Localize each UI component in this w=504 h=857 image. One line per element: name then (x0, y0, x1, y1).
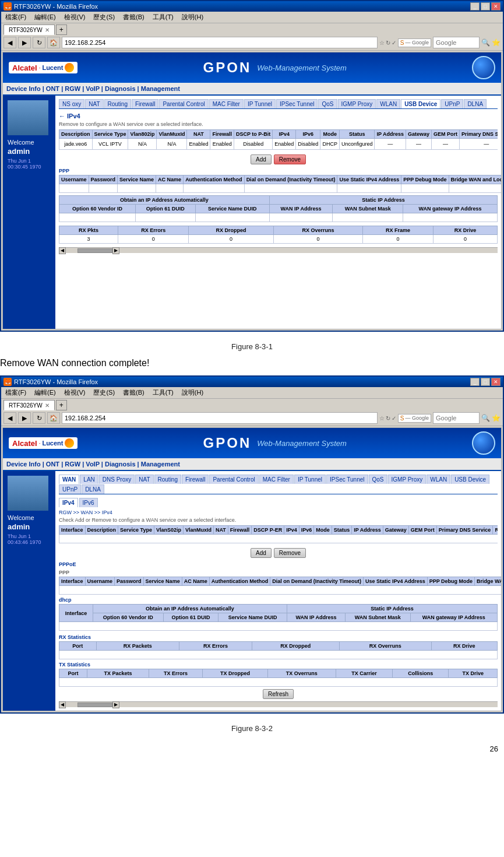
tab-igmp-2[interactable]: IGMP Proxy (388, 475, 427, 484)
col2-desc: Description (85, 526, 118, 535)
tab-qos-2[interactable]: QoS (369, 475, 387, 484)
tab-ns-proxy[interactable]: NS oxy (59, 99, 84, 108)
ppp-h-auth-1: Authentication Method (184, 175, 245, 184)
hscroll-thumb-1[interactable] (77, 248, 112, 253)
hscroll-left-2[interactable]: ◀ (59, 701, 66, 708)
hscroll-thumb-2[interactable] (77, 703, 112, 707)
menu-bookmarks-1[interactable]: 書籤(B) (121, 12, 146, 22)
tab-upnp-2[interactable]: UPnP (59, 484, 81, 494)
sub-nav-1: NS oxy NAT Routing Firewall Parental Con… (59, 99, 498, 109)
tab-mac-1[interactable]: MAC Filter (209, 99, 244, 108)
menu-history-2[interactable]: 歷史(S) (91, 388, 117, 398)
bookmark-icon-1[interactable]: ⭐ (492, 38, 501, 47)
maximize-btn-1[interactable]: □ (481, 2, 490, 10)
menu-file-1[interactable]: 檔案(F) (3, 12, 28, 22)
tab-1[interactable]: RTF3026YW ✕ (3, 24, 55, 35)
hscroll-left-1[interactable]: ◀ (59, 247, 66, 254)
address-bar-2[interactable] (62, 412, 378, 424)
reload-btn-1[interactable]: ↻ (33, 37, 45, 48)
tab-upnp-1[interactable]: UPnP (441, 99, 463, 108)
refresh-btn[interactable]: Refresh (263, 689, 294, 699)
ipv6-tab-2[interactable]: IPv6 (79, 498, 98, 507)
dhcp2-h3: Service Name DUID (218, 613, 287, 622)
tab-wlan-2[interactable]: WLAN (427, 475, 450, 484)
gpon-text-1: GPON (203, 59, 252, 76)
cell-mode-1: DHCP (320, 139, 340, 150)
home-btn-1[interactable]: 🏠 (47, 37, 60, 48)
minimize-btn-1[interactable]: _ (470, 2, 480, 10)
search-box-1[interactable] (433, 37, 480, 48)
address-bar-1[interactable] (62, 37, 378, 48)
menu-help-1[interactable]: 說明(H) (180, 12, 205, 22)
minimize-btn-2[interactable]: _ (470, 378, 480, 386)
menu-view-2[interactable]: 檢視(V) (62, 388, 87, 398)
menu-tools-1[interactable]: 工具(T) (151, 12, 175, 22)
remove-btn-2[interactable]: Remove (274, 548, 306, 558)
forward-btn-1[interactable]: ▶ (18, 37, 31, 48)
ipv4-tab-2[interactable]: IPv4 (59, 498, 78, 507)
hscroll-right-1[interactable]: ▶ (112, 247, 119, 254)
menu-edit-2[interactable]: 編輯(E) (33, 388, 58, 398)
close-btn-1[interactable]: ✕ (491, 2, 501, 10)
tab-nat-1[interactable]: NAT (85, 99, 103, 108)
tab-mac-2[interactable]: MAC Filter (259, 475, 294, 484)
rx-d4: 0 (273, 235, 362, 244)
main-content-2: WAN LAN DNS Proxy NAT Routing Firewall P… (55, 471, 501, 711)
tab-firewall-1[interactable]: Firewall (132, 99, 158, 108)
tab-firewall-2[interactable]: Firewall (182, 475, 209, 484)
remove-btn-1[interactable]: Remove (274, 154, 306, 164)
tab-usb-1[interactable]: USB Device (401, 99, 440, 108)
ip-version-tabs: IPv4 IPv6 (59, 498, 498, 507)
menu-tools-2[interactable]: 工具(T) (151, 388, 175, 398)
forward-btn-2[interactable]: ▶ (18, 412, 31, 424)
back-btn-2[interactable]: ◀ (3, 412, 16, 424)
tab-lan-2[interactable]: LAN (80, 475, 98, 484)
new-tab-btn-1[interactable]: + (56, 24, 67, 35)
menu-view-1[interactable]: 檢視(V) (62, 12, 87, 22)
tab-dns-proxy-2[interactable]: DNS Proxy (99, 475, 135, 484)
menu-history-1[interactable]: 歷史(S) (91, 12, 117, 22)
add-btn-1[interactable]: Add (251, 154, 272, 164)
tab-nat-2[interactable]: NAT (135, 475, 153, 484)
menu-file-2[interactable]: 檔案(F) (3, 388, 28, 398)
tab-dlna-2[interactable]: DLNA (82, 484, 104, 494)
tab-close-1[interactable]: ✕ (45, 27, 50, 33)
tx2-empty (59, 678, 498, 687)
tab-ipsec-1[interactable]: IPSec Tunnel (276, 99, 318, 108)
tab-usb-2[interactable]: USB Device (451, 475, 489, 484)
tab-ipsec-2[interactable]: IPSec Tunnel (326, 475, 368, 484)
globe-icon-2 (472, 431, 495, 455)
reload-btn-2[interactable]: ↻ (33, 412, 45, 424)
tab-ip-tunnel-1[interactable]: IP Tunnel (244, 99, 276, 108)
tab-igmp-1[interactable]: IGMP Proxy (338, 99, 376, 108)
tab-routing-2[interactable]: Routing (154, 475, 181, 484)
bookmark-icon-2[interactable]: ⭐ (492, 414, 501, 422)
maximize-btn-2[interactable]: □ (481, 378, 490, 386)
tab-qos-1[interactable]: QoS (318, 99, 337, 108)
tab-routing-1[interactable]: Routing (104, 99, 131, 108)
tab-dlna-1[interactable]: DLNA (464, 99, 487, 108)
menu-help-2[interactable]: 說明(H) (180, 388, 205, 398)
tab-wlan-1[interactable]: WLAN (376, 99, 400, 108)
tab-2[interactable]: RTF3026YW ✕ (3, 400, 55, 410)
tab-ip-tunnel-2[interactable]: IP Tunnel (294, 475, 326, 484)
tab-parental-2[interactable]: Parental Control (209, 475, 258, 484)
home-btn-2[interactable]: 🏠 (47, 412, 60, 424)
hscroll-right-2[interactable]: ▶ (112, 701, 119, 708)
back-btn-1[interactable]: ◀ (3, 37, 16, 48)
tab-close-2[interactable]: ✕ (45, 402, 50, 409)
search-icon-1[interactable]: 🔍 (481, 38, 490, 47)
dhcp-label-2: dhcp (59, 597, 498, 603)
add-btn-2[interactable]: Add (251, 548, 272, 558)
new-tab-btn-2[interactable]: + (56, 400, 67, 410)
menu-edit-1[interactable]: 編輯(E) (33, 12, 58, 22)
search-box-2[interactable] (433, 412, 480, 424)
ppp-label-1: PPP (59, 168, 498, 174)
menu-bookmarks-2[interactable]: 書籤(B) (121, 388, 146, 398)
tab-parental-1[interactable]: Parental Control (159, 99, 208, 108)
tab-wan-2[interactable]: WAN (59, 475, 79, 484)
search-icon-2[interactable]: 🔍 (481, 414, 490, 422)
close-btn-2[interactable]: ✕ (491, 378, 501, 386)
ppp-d3 (118, 184, 156, 193)
welcome-label-1: Welcome (8, 139, 51, 146)
